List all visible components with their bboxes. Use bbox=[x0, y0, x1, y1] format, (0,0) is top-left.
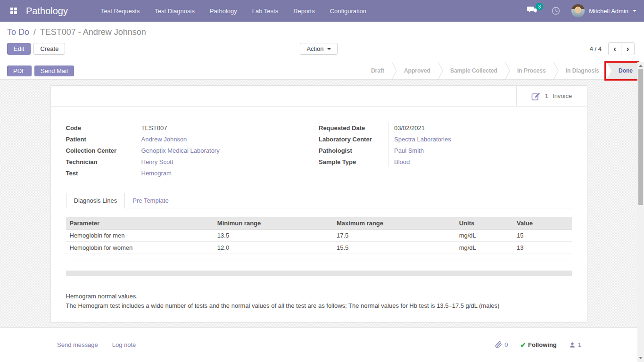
notebook-tabs: Diagnosis Lines Pre Template bbox=[66, 193, 572, 208]
fields-right-column: Requested Date 03/02/2021 Laboratory Cen… bbox=[319, 122, 572, 179]
cell-parameter: Hemoglobin for women bbox=[66, 242, 214, 254]
field-value-link[interactable]: Andrew Johnson bbox=[136, 133, 319, 145]
send-message-button[interactable]: Send message bbox=[57, 341, 98, 348]
attachments-button[interactable]: 0 bbox=[495, 341, 508, 348]
pager-next-button[interactable]: › bbox=[621, 42, 635, 55]
field-label: Requested Date bbox=[319, 124, 388, 132]
cell-value: 15 bbox=[513, 230, 572, 242]
breadcrumb: To Do / TEST007 - Andrew Johnson bbox=[7, 27, 637, 37]
menu-lab-tests[interactable]: Lab Tests bbox=[252, 8, 278, 15]
scrollbar-thumb[interactable] bbox=[638, 69, 643, 205]
cell-parameter: Hemoglobin for men bbox=[66, 230, 214, 242]
scroll-up-arrow-icon[interactable] bbox=[639, 65, 643, 67]
messages-badge: 3 bbox=[536, 3, 543, 10]
fields-left-column: Code TEST007 Patient Andrew Johnson Coll… bbox=[66, 122, 319, 179]
step-chevron-icon bbox=[553, 62, 559, 80]
field-value: TEST007 bbox=[136, 122, 319, 133]
activities-clock-icon[interactable] bbox=[552, 7, 560, 15]
field-pathologist: Pathologist Paul Smith bbox=[319, 145, 572, 156]
following-label: Following bbox=[528, 341, 557, 348]
field-label: Test bbox=[66, 170, 136, 177]
scroll-down-arrow-icon[interactable] bbox=[639, 357, 643, 359]
control-panel: To Do / TEST007 - Andrew Johnson Edit Cr… bbox=[0, 22, 644, 62]
col-header-min-range[interactable]: Minimun range bbox=[214, 217, 333, 230]
breadcrumb-parent[interactable]: To Do bbox=[7, 27, 29, 37]
field-technician: Technician Henry Scott bbox=[66, 156, 319, 167]
table-row[interactable]: Hemoglobin for women 12.0 15.5 mg/dL 13 bbox=[66, 242, 572, 254]
notes-line-2: The Hemogram test includes a wide number… bbox=[66, 301, 572, 311]
form-sheet: 1 Invoice Code TEST007 Patient Andrew Jo… bbox=[50, 85, 587, 323]
table-horizontal-scrollbar[interactable] bbox=[66, 271, 572, 276]
tab-pre-template[interactable]: Pre Template bbox=[125, 193, 176, 208]
attachments-count: 0 bbox=[504, 341, 508, 348]
statusbar: PDF Send Mail Draft Approved Sample Coll… bbox=[0, 62, 644, 80]
menu-test-diagnosis[interactable]: Test Diagnosis bbox=[155, 8, 195, 15]
cell-min: 13.5 bbox=[214, 230, 333, 242]
field-collection-center: Collection Center Genoptix Medical Labor… bbox=[66, 145, 319, 156]
vertical-scrollbar[interactable] bbox=[637, 62, 644, 362]
form-view-background: 1 Invoice Code TEST007 Patient Andrew Jo… bbox=[0, 80, 637, 328]
apps-grid-icon[interactable] bbox=[10, 8, 17, 15]
step-sample-collected[interactable]: Sample Collected bbox=[443, 67, 504, 74]
invoice-stat-button[interactable]: 1 Invoice bbox=[516, 86, 587, 106]
col-header-units[interactable]: Units bbox=[455, 217, 513, 230]
field-value-link[interactable]: Genoptix Medical Laboratory bbox=[136, 145, 319, 156]
notes-line-1: Hemogram normal values. bbox=[66, 292, 572, 301]
field-value-link[interactable]: Spectra Laboratories bbox=[388, 133, 572, 145]
field-label: Code bbox=[66, 124, 136, 132]
table-row[interactable]: Hemoglobin for men 13.5 17.5 mg/dL 15 bbox=[66, 230, 572, 242]
field-value-link[interactable]: Paul Smith bbox=[388, 145, 572, 156]
cell-min: 12.0 bbox=[214, 242, 333, 254]
pager-value: 4 / 4 bbox=[590, 45, 602, 52]
check-icon: ✔ bbox=[520, 341, 526, 349]
field-value-link[interactable]: Henry Scott bbox=[136, 156, 319, 167]
table-empty-row bbox=[66, 254, 572, 261]
action-dropdown-button[interactable]: Action bbox=[300, 43, 337, 55]
send-mail-button[interactable]: Send Mail bbox=[34, 66, 74, 76]
step-chevron-icon bbox=[438, 62, 443, 80]
field-label: Patient bbox=[66, 136, 136, 143]
create-button[interactable]: Create bbox=[33, 43, 65, 55]
col-header-value[interactable]: Value bbox=[513, 217, 572, 230]
edit-button[interactable]: Edit bbox=[7, 43, 31, 55]
step-draft[interactable]: Draft bbox=[364, 67, 391, 74]
step-in-diagnosis[interactable]: In Diagnosis bbox=[559, 67, 606, 74]
action-label: Action bbox=[306, 45, 323, 52]
step-chevron-icon bbox=[504, 62, 510, 80]
field-test: Test Hemogram bbox=[66, 167, 319, 179]
col-header-max-range[interactable]: Maximum range bbox=[333, 217, 455, 230]
field-label: Laboratory Center bbox=[319, 136, 388, 143]
field-label: Pathologist bbox=[319, 147, 388, 154]
user-menu[interactable]: Mitchell Admin bbox=[571, 4, 636, 17]
field-label: Collection Center bbox=[66, 147, 136, 154]
menu-reports[interactable]: Reports bbox=[293, 8, 315, 15]
field-laboratory-center: Laboratory Center Spectra Laboratories bbox=[319, 133, 572, 145]
menu-test-requests[interactable]: Test Requests bbox=[101, 8, 140, 15]
cell-units: mg/dL bbox=[455, 242, 513, 254]
step-approved[interactable]: Approved bbox=[397, 67, 438, 74]
step-in-process[interactable]: In Process bbox=[510, 67, 553, 74]
chevron-down-icon bbox=[327, 48, 331, 50]
messages-icon[interactable]: 3 bbox=[527, 6, 537, 16]
user-name: Mitchell Admin bbox=[589, 8, 628, 15]
log-note-button[interactable]: Log note bbox=[112, 341, 136, 348]
table-header-row: Parameter Minimun range Maximum range Un… bbox=[66, 217, 572, 230]
pdf-button[interactable]: PDF bbox=[7, 66, 32, 76]
menu-pathology[interactable]: Pathology bbox=[210, 8, 237, 15]
pager-previous-button[interactable]: ‹ bbox=[608, 42, 621, 55]
app-title[interactable]: Pathology bbox=[26, 6, 68, 16]
cell-units: mg/dL bbox=[455, 230, 513, 242]
invoice-label: Invoice bbox=[553, 92, 572, 99]
main-menu: Test Requests Test Diagnosis Pathology L… bbox=[101, 8, 366, 15]
tab-diagnosis-lines[interactable]: Diagnosis Lines bbox=[66, 193, 125, 208]
breadcrumb-current: TEST007 - Andrew Johnson bbox=[40, 27, 146, 37]
following-button[interactable]: ✔ Following bbox=[520, 341, 556, 349]
col-header-parameter[interactable]: Parameter bbox=[66, 217, 214, 230]
followers-button[interactable]: 1 bbox=[569, 341, 581, 348]
top-navbar: Pathology Test Requests Test Diagnosis P… bbox=[0, 0, 644, 22]
field-value-link[interactable]: Hemogram bbox=[136, 167, 319, 179]
field-label: Technician bbox=[66, 158, 136, 165]
field-value-link[interactable]: Blood bbox=[388, 156, 572, 167]
menu-configuration[interactable]: Configuration bbox=[330, 8, 366, 15]
diagnosis-lines-table: Parameter Minimun range Maximum range Un… bbox=[66, 217, 572, 261]
